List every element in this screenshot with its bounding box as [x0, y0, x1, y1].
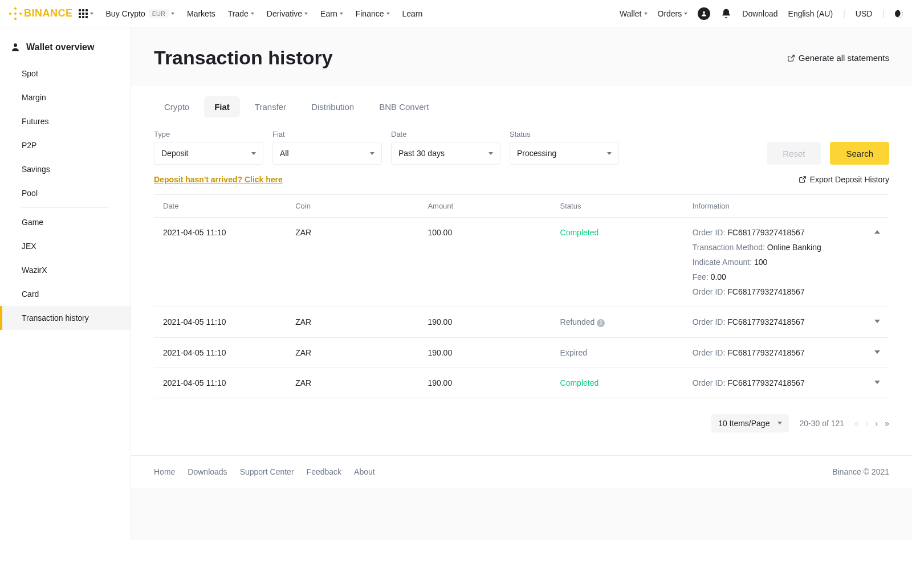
page-last-button[interactable]: »: [885, 419, 889, 428]
tab-fiat[interactable]: Fiat: [204, 96, 240, 117]
footer-link-feedback[interactable]: Feedback: [307, 467, 341, 476]
sidebar-item-card[interactable]: Card: [0, 282, 131, 306]
nav-download[interactable]: Download: [742, 9, 777, 18]
apps-menu[interactable]: [79, 9, 93, 18]
footer-link-about[interactable]: About: [354, 467, 375, 476]
chevron-down-icon: [304, 13, 308, 15]
sidebar-item-p2p[interactable]: P2P: [0, 133, 131, 157]
filter-status-label: Status: [510, 130, 619, 138]
nav-buy-crypto[interactable]: Buy Crypto EUR: [106, 9, 174, 18]
sidebar-item-wazirx[interactable]: WazirX: [0, 258, 131, 282]
table-row: 2021-04-05 11:10ZAR190.00Expired Order I…: [154, 337, 889, 368]
nav-trade[interactable]: Trade: [228, 9, 254, 18]
search-button[interactable]: Search: [830, 142, 889, 165]
svg-rect-2: [9, 12, 11, 15]
order-id-label: Order ID:: [693, 348, 727, 357]
copyright: Binance © 2021: [832, 467, 889, 476]
status-badge: Completed: [560, 228, 599, 237]
chevron-down-icon: [370, 152, 374, 155]
currency-pill: EUR: [149, 9, 169, 18]
row-expand-toggle[interactable]: [874, 381, 880, 384]
page-title: Transaction history: [154, 47, 333, 69]
page-range: 20-30 of 121: [799, 419, 844, 428]
footer-link-downloads[interactable]: Downloads: [188, 467, 227, 476]
footer: HomeDownloadsSupport CenterFeedbackAbout…: [131, 455, 912, 488]
status-badge: Refunded: [560, 317, 595, 326]
filter-type-select[interactable]: Deposit: [154, 142, 263, 165]
tab-transfer[interactable]: Transfer: [245, 96, 296, 117]
account-icon[interactable]: [698, 7, 710, 20]
table-row: 2021-04-05 11:10ZAR190.00Completed Order…: [154, 368, 889, 398]
sidebar-item-savings[interactable]: Savings: [0, 157, 131, 181]
tab-bnb-convert[interactable]: BNB Convert: [369, 96, 439, 117]
page-size-select[interactable]: 10 Items/Page: [711, 414, 789, 432]
row-expand-toggle[interactable]: [874, 230, 880, 234]
sidebar-item-game[interactable]: Game: [0, 210, 131, 234]
separator: |: [882, 9, 885, 18]
sidebar-header[interactable]: Wallet overview: [0, 38, 131, 62]
table-row: 2021-04-05 11:10ZAR100.00Completed Order…: [154, 218, 889, 307]
reset-button[interactable]: Reset: [767, 142, 821, 165]
user-icon: [10, 42, 21, 52]
page-next-button[interactable]: ›: [876, 419, 878, 428]
col-amount: Amount: [418, 195, 551, 218]
page-prev-button[interactable]: ‹: [866, 419, 869, 428]
info-icon[interactable]: i: [597, 319, 605, 327]
sidebar-item-margin[interactable]: Margin: [0, 85, 131, 109]
nav-orders[interactable]: Orders: [658, 9, 688, 18]
apps-grid-icon: [79, 9, 88, 18]
sidebar-item-pool[interactable]: Pool: [0, 181, 131, 205]
external-link-icon: [799, 175, 807, 183]
page-first-button[interactable]: «: [854, 419, 859, 428]
bell-icon[interactable]: [720, 8, 732, 19]
col-date: Date: [154, 195, 286, 218]
tab-crypto[interactable]: Crypto: [154, 96, 199, 117]
row-expand-toggle[interactable]: [874, 320, 880, 323]
nav-derivative[interactable]: Derivative: [267, 9, 308, 18]
nav-language[interactable]: English (AU): [788, 9, 833, 18]
svg-rect-4: [14, 12, 17, 15]
nav-wallet[interactable]: Wallet: [620, 9, 647, 18]
chevron-down-icon: [90, 13, 93, 15]
svg-rect-3: [19, 12, 22, 15]
nav-earn[interactable]: Earn: [320, 9, 343, 18]
filter-date-label: Date: [391, 130, 500, 138]
footer-link-support-center[interactable]: Support Center: [240, 467, 294, 476]
sidebar: Wallet overview SpotMarginFuturesP2PSavi…: [0, 27, 131, 540]
order-id-label: Order ID:: [693, 378, 727, 387]
filter-status-select[interactable]: Processing: [510, 142, 619, 165]
row-expand-toggle[interactable]: [874, 350, 880, 354]
nav-finance[interactable]: Finance: [356, 9, 390, 18]
tab-distribution[interactable]: Distribution: [301, 96, 364, 117]
sidebar-item-jex[interactable]: JEX: [0, 234, 131, 258]
filter-date-select[interactable]: Past 30 days: [391, 142, 500, 165]
export-history-link[interactable]: Export Deposit History: [799, 175, 889, 184]
nav-learn[interactable]: Learn: [402, 9, 423, 18]
filter-fiat-select[interactable]: All: [272, 142, 382, 165]
chevron-down-icon: [251, 152, 256, 155]
external-link-icon: [787, 54, 795, 62]
nav-markets[interactable]: Markets: [187, 9, 215, 18]
main-content: Transaction history Generate all stateme…: [131, 27, 912, 540]
sidebar-item-transaction-history[interactable]: Transaction history: [0, 306, 131, 330]
sidebar-item-futures[interactable]: Futures: [0, 109, 131, 133]
chevron-down-icon: [340, 13, 343, 15]
nav-currency[interactable]: USD: [856, 9, 873, 18]
col-information: Information: [683, 195, 889, 218]
chevron-down-icon: [684, 13, 687, 15]
svg-point-5: [703, 11, 705, 14]
pagination: 10 Items/Page 20-30 of 121 « ‹ › »: [154, 414, 889, 432]
order-id-value: FC681779327418567: [727, 228, 804, 237]
deposit-help-link[interactable]: Deposit hasn't arrived? Click here: [154, 175, 283, 184]
generate-statements-link[interactable]: Generate all statements: [787, 53, 889, 63]
chevron-down-icon: [171, 13, 174, 15]
binance-logo-icon: [9, 7, 22, 20]
chevron-down-icon: [251, 13, 254, 15]
sidebar-item-spot[interactable]: Spot: [0, 62, 131, 85]
chevron-down-icon: [386, 13, 390, 15]
order-id-label: Order ID:: [693, 317, 727, 326]
theme-toggle-icon[interactable]: [894, 9, 904, 19]
footer-link-home[interactable]: Home: [154, 467, 175, 476]
tabs: CryptoFiatTransferDistributionBNB Conver…: [154, 96, 889, 117]
brand-logo[interactable]: BINANCE: [9, 7, 73, 20]
